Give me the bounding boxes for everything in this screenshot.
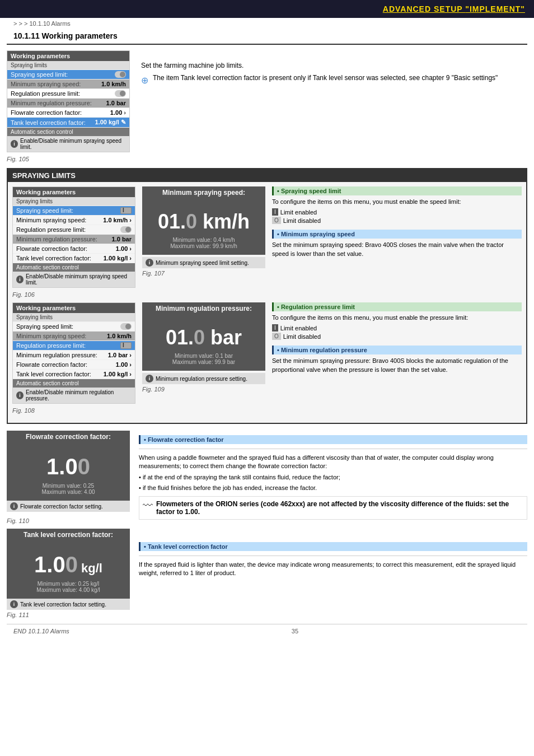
desc-title-speed: • Spraying speed limit bbox=[272, 186, 522, 195]
working-params-table-top: Working parameters Spraying limits Spray… bbox=[7, 50, 130, 152]
table-header: Working parameters bbox=[13, 303, 135, 313]
table-row[interactable]: Flowrate correction factor: 1.00 › bbox=[7, 108, 129, 117]
toggle-pressure-i2[interactable] bbox=[120, 342, 132, 349]
toggle-pressure-o[interactable] bbox=[120, 226, 132, 233]
flowrate-note-text: Flowmeters of the ORION series (code 462… bbox=[156, 500, 523, 516]
table-row: Regulation pressure limit: bbox=[13, 225, 135, 234]
limit-enabled-item2: I Limit enabled bbox=[272, 324, 522, 332]
table-row[interactable]: Tank level correction factor: 1.00 kg/l … bbox=[13, 253, 135, 263]
table-row: Regulation pressure limit: bbox=[7, 88, 129, 98]
header-highlight: "IMPLEMENT" bbox=[465, 4, 525, 13]
flowrate-left: Flowrate correction factor: 1.00 Minimum… bbox=[7, 431, 130, 618]
limit-disabled-badge2: O bbox=[272, 333, 281, 340]
limit-enabled-badge: I bbox=[272, 208, 278, 216]
mid-display-1: Minimum spraying speed: 01.0 km/h Minimu… bbox=[142, 186, 265, 298]
limit-disabled-item: O Limit disabled bbox=[272, 217, 522, 224]
desc-text-minpres: Set the minimum spraying pressure: Bravo… bbox=[272, 357, 522, 374]
desc-text-speed: To configure the items on this menu, you… bbox=[272, 198, 522, 206]
flowrate-desc-title: • Flowrate correction factor bbox=[139, 435, 527, 444]
info-icon: i bbox=[11, 140, 18, 148]
desc-text-minspeed: Set the minimum spraying speed: Bravo 40… bbox=[272, 241, 522, 258]
limit-enabled-badge2: I bbox=[272, 324, 278, 332]
end-label: END 10.1.10 Alarms bbox=[13, 628, 69, 634]
auto-section-row: Automatic section control bbox=[7, 127, 129, 136]
flowrate-desc-text1: When using a paddle flowmeter and the sp… bbox=[139, 454, 527, 471]
table-row[interactable]: Minimum spraying speed: 1.0 km/h › bbox=[13, 215, 135, 225]
info-icon: i bbox=[10, 502, 18, 510]
fig-label-106: Fig. 106 bbox=[12, 291, 135, 298]
table-row[interactable]: Flowrate correction factor: 1.00 › bbox=[13, 244, 135, 253]
flowrate-bullet1: • if at the end of the spraying the tank… bbox=[139, 473, 527, 482]
toggle-speed-i[interactable] bbox=[120, 207, 132, 214]
mid-header-2: Minimum regulation pressure: bbox=[142, 302, 265, 315]
table-header: Working parameters bbox=[13, 187, 135, 197]
header: ADVANCED SETUP "IMPLEMENT" bbox=[0, 0, 534, 18]
flowrate-display: 1.00 Minimum value: 0.25 Maximum value: … bbox=[7, 443, 130, 501]
breadcrumb: > > > 10.1.10 Alarms bbox=[7, 18, 527, 29]
info-icon: i bbox=[16, 391, 24, 399]
spraying-limits-section: SPRAYING LIMITS Working parameters Spray… bbox=[7, 168, 527, 424]
table-row: Minimum spraying speed: 1.0 km/h bbox=[13, 331, 135, 340]
table-row[interactable]: Tank level correction factor: 1.00 kg/l … bbox=[13, 369, 135, 379]
table-row: Minimum regulation pressure: 1.0 bar bbox=[13, 234, 135, 244]
section-title: 10.1.11 Working parameters bbox=[7, 29, 527, 45]
big-value-2: 01.0 bar bbox=[148, 326, 260, 349]
right-col-1: • Spraying speed limit To configure the … bbox=[272, 186, 522, 298]
table-row[interactable]: Tank level correction factor: 1.00 kg/l … bbox=[7, 117, 129, 127]
display-box-1: 01.0 km/h Minimum value: 0.4 km/h Maximu… bbox=[142, 199, 265, 255]
toggle-pressure-limit[interactable] bbox=[115, 90, 126, 97]
spraying-limits-title: SPRAYING LIMITS bbox=[8, 169, 526, 182]
fig-label-105: Fig. 105 bbox=[7, 156, 130, 162]
table-row[interactable]: Minimum regulation pressure: 1.0 bar › bbox=[13, 350, 135, 360]
flowrate-footer: i Flowrate correction factor setting. bbox=[7, 501, 130, 512]
desc-speed-limit: • Spraying speed limit To configure the … bbox=[272, 186, 522, 224]
header-prefix: ADVANCED SETUP bbox=[383, 4, 466, 13]
table-footer: i Enable/Disable minimum spraying speed … bbox=[7, 136, 129, 152]
table-row[interactable]: Flowrate correction factor: 1.00 › bbox=[13, 360, 135, 369]
wave-icon: 〰 bbox=[143, 500, 153, 512]
big-value-1: 01.0 km/h bbox=[148, 210, 260, 234]
table-row: Spraying speed limit: bbox=[13, 321, 135, 331]
table-row: Minimum regulation pressure: 1.0 bar bbox=[7, 98, 129, 108]
desc-title-reg: • Regulation pressure limit bbox=[272, 302, 522, 311]
desc-min-pressure: • Minimum regulation pressure Set the mi… bbox=[272, 346, 522, 374]
desc-text-reg: To configure the items on this menu, you… bbox=[272, 314, 522, 322]
set-limits-text: Set the farming machine job limits. bbox=[141, 62, 527, 69]
flowrate-minmax: Minimum value: 0.25 Maximum value: 4.00 bbox=[12, 483, 124, 495]
descriptions-right: • Flowrate correction factor When using … bbox=[139, 431, 527, 618]
spraying-limits-header: Spraying limits bbox=[13, 313, 135, 321]
info-icon: i bbox=[16, 276, 24, 283]
table-header: Working parameters bbox=[7, 51, 129, 61]
info-icon: i bbox=[146, 375, 153, 382]
tank-display: 1.00 kg/l Minimum value: 0.25 kg/l Maxim… bbox=[7, 541, 130, 599]
tank-minmax: Minimum value: 0.25 kg/l Maximum value: … bbox=[12, 581, 124, 593]
top-description: Set the farming machine job limits. ⊕ Th… bbox=[141, 50, 527, 162]
toggle-speed-limit[interactable] bbox=[115, 71, 126, 78]
display-footer-2: i Minimum regulation pressure setting. bbox=[142, 373, 265, 384]
auto-section-row: Automatic section control bbox=[13, 379, 135, 388]
tank-section: Tank level correction factor: 1.00 kg/l … bbox=[7, 529, 130, 610]
flowrate-value: 1.00 bbox=[12, 454, 124, 479]
tank-value: 1.00 kg/l bbox=[12, 552, 124, 577]
fig-label-110: Fig. 110 bbox=[7, 517, 130, 524]
table-row: Regulation pressure limit: bbox=[13, 340, 135, 350]
page-footer: END 10.1.10 Alarms 35 bbox=[7, 624, 527, 638]
fig-label-111: Fig. 111 bbox=[7, 612, 130, 618]
tank-desc-text: If the sprayed fluid is lighter than wat… bbox=[139, 561, 527, 578]
fig-label-109: Fig. 109 bbox=[142, 386, 265, 393]
table-footer: i Enable/Disable minimum regulation pres… bbox=[13, 388, 135, 403]
limit-enabled-item: I Limit enabled bbox=[272, 208, 522, 216]
tank-footer: i Tank level correction factor setting. bbox=[7, 599, 130, 610]
desc-title-minpres: • Minimum regulation pressure bbox=[272, 346, 522, 354]
flowrate-tank-section: Flowrate correction factor: 1.00 Minimum… bbox=[7, 431, 527, 618]
display-box-2: 01.0 bar Minimum value: 0.1 bar Maximum … bbox=[142, 315, 265, 371]
limit-disabled-item2: O Limit disabled bbox=[272, 333, 522, 340]
table-row: Minimum spraying speed: 1.0 km/h bbox=[7, 79, 129, 88]
flowrate-desc-block: • Flowrate correction factor When using … bbox=[139, 431, 527, 520]
desc-min-speed: • Minimum spraying speed Set the minimum… bbox=[272, 230, 522, 258]
toggle-speed-o2[interactable] bbox=[120, 323, 132, 330]
info-icon: i bbox=[10, 600, 18, 608]
right-col-2: • Regulation pressure limit To configure… bbox=[272, 302, 522, 414]
flowrate-section: Flowrate correction factor: 1.00 Minimum… bbox=[7, 431, 130, 512]
flowrate-bullet2: • if the fluid finishes before the job h… bbox=[139, 484, 527, 492]
